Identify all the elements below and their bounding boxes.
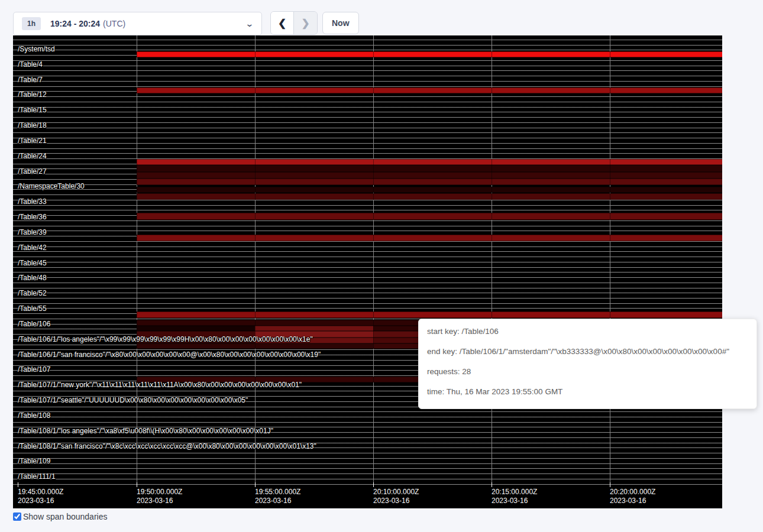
chevron-right-icon: ❯ <box>301 17 309 30</box>
heat-band <box>255 326 373 331</box>
column-boundary-line-overlay <box>137 35 137 485</box>
next-range-button[interactable]: ❯ <box>294 12 317 34</box>
heat-band <box>137 235 722 241</box>
time-range-duration-badge: 1h <box>22 17 41 30</box>
span-row-label: /Table/4 <box>18 61 43 68</box>
tooltip-line: requests: 28 <box>427 362 748 382</box>
axis-tick-mark <box>373 482 374 487</box>
chevron-left-icon: ❮ <box>278 17 286 30</box>
span-row-label: /NamespaceTable/30 <box>18 183 85 190</box>
span-row-label: /System/tsd <box>18 46 55 53</box>
footer-controls: Show span boundaries <box>13 512 107 521</box>
span-row-label: /Table/106 <box>18 320 50 327</box>
heat-band <box>137 51 722 57</box>
axis-tick-label: 19:45:00.000Z2023-03-16 <box>18 488 63 505</box>
span-row-label: /Table/33 <box>18 198 47 205</box>
axis-tick-label: 20:15:00.000Z2023-03-16 <box>492 488 537 505</box>
span-row-label: /Table/108 <box>18 412 50 419</box>
axis-tick-label: 20:20:00.000Z2023-03-16 <box>610 488 655 505</box>
now-button[interactable]: Now <box>322 12 359 34</box>
span-row-label: /Table/12 <box>18 91 47 98</box>
heat-band <box>137 87 722 93</box>
heatmap-grid <box>13 35 722 485</box>
tooltip-line: start key: /Table/106 <box>427 322 748 342</box>
show-span-boundaries-label: Show span boundaries <box>23 512 107 521</box>
time-range-dropdown[interactable]: 1h 19:24 - 20:24 (UTC) ⌄ <box>13 12 262 35</box>
axis-tick-mark <box>610 482 610 487</box>
axis-tick-mark <box>255 482 256 487</box>
span-row-label: /Table/108/1/"los angeles"/"\xa8\xf5\u00… <box>18 427 273 434</box>
axis-tick-label: 19:50:00.000Z2023-03-16 <box>137 488 182 505</box>
key-visualizer-canvas[interactable]: /System/tsd/Table/4/Table/7/Table/12/Tab… <box>13 35 722 508</box>
column-boundary-line-overlay <box>610 35 610 485</box>
column-boundary-line-overlay <box>492 35 492 485</box>
heat-band <box>137 165 722 172</box>
span-row-label: /Table/24 <box>18 153 47 160</box>
span-row-label: /Table/55 <box>18 305 47 312</box>
bucket-tooltip: start key: /Table/106end key: /Table/106… <box>418 319 757 409</box>
prev-range-button[interactable]: ❮ <box>271 12 294 34</box>
span-row-label: /Table/106/1/"los angeles"/"\x99\x99\x99… <box>18 336 313 343</box>
span-row-label: /Table/36 <box>18 213 47 220</box>
span-row-label: /Table/107/1/"new york"/"\x11\x11\x11\x1… <box>18 381 302 388</box>
span-row-label: /Table/39 <box>18 229 47 236</box>
heat-band <box>137 312 722 318</box>
span-row-label: /Table/18 <box>18 122 47 129</box>
span-row-label: /Table/27 <box>18 168 47 175</box>
column-boundary-line-overlay <box>255 35 256 485</box>
axis-tick-mark <box>18 482 18 487</box>
span-row-label: /Table/42 <box>18 244 47 251</box>
span-row-label: /Table/106/1/"san francisco"/"\x80\x00\x… <box>18 351 321 358</box>
span-row-label: /Table/109 <box>18 458 50 465</box>
span-row-label: /Table/7 <box>18 76 43 83</box>
tooltip-line: time: Thu, 16 Mar 2023 19:55:00 GMT <box>427 382 748 402</box>
heat-band <box>137 172 722 179</box>
heat-band <box>137 179 722 185</box>
time-range-text: 19:24 - 20:24 <box>50 19 100 28</box>
span-row-label: /Table/107/1/"seattle"/"UUUUUUD\x00\x80\… <box>18 397 248 404</box>
tooltip-line: end key: /Table/106/1/"amsterdam"/"\xb33… <box>427 342 748 362</box>
span-row-label: /Table/48 <box>18 274 47 281</box>
time-nav-group: ❮ ❯ <box>270 11 318 35</box>
span-row-label: /Table/45 <box>18 259 47 267</box>
span-row-label: /Table/107 <box>18 366 50 373</box>
heat-band <box>137 159 722 165</box>
heat-band <box>137 187 722 193</box>
axis-tick-mark <box>492 482 492 487</box>
axis-tick-label: 19:55:00.000Z2023-03-16 <box>255 488 300 505</box>
span-row-label: /Table/15 <box>18 106 47 113</box>
column-boundary-line-overlay <box>373 35 374 485</box>
span-row-label: /Table/21 <box>18 137 47 144</box>
time-range-timezone: (UTC) <box>103 19 125 28</box>
heat-band <box>137 193 722 200</box>
span-row-label: /Table/52 <box>18 290 47 297</box>
span-row-label: /Table/111/1 <box>18 473 56 480</box>
heat-band <box>137 326 255 331</box>
axis-tick-mark <box>137 482 137 487</box>
span-row-label: /Table/108/1/"san francisco"/"\x8c\xcc\x… <box>18 443 316 450</box>
chevron-down-icon: ⌄ <box>245 20 254 28</box>
heat-band <box>137 213 722 220</box>
axis-tick-label: 20:10:00.000Z2023-03-16 <box>373 488 419 505</box>
show-span-boundaries-checkbox[interactable] <box>13 512 21 521</box>
